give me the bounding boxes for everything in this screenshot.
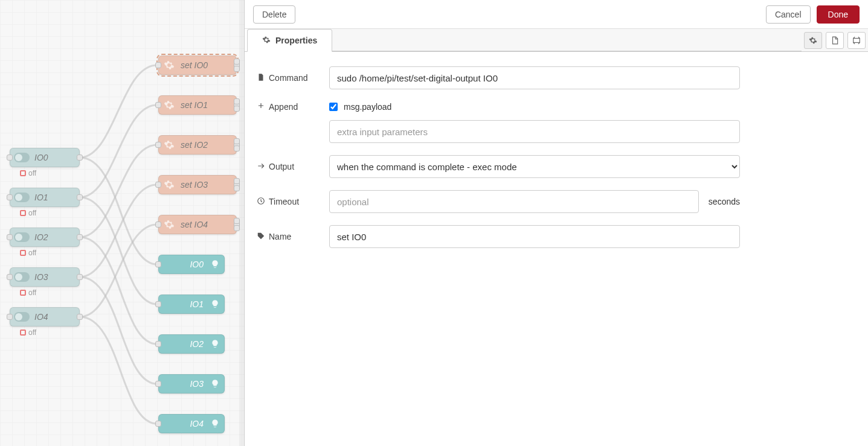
node-label: set IO1 [181, 100, 208, 110]
exec-node-set-IO2[interactable]: set IO2 [158, 135, 237, 155]
input-port[interactable] [155, 142, 161, 148]
input-port[interactable] [155, 381, 161, 387]
input-port[interactable] [155, 62, 161, 68]
debug-node-IO4[interactable]: IO4 [158, 414, 225, 433]
input-port[interactable] [7, 234, 13, 240]
input-port[interactable] [155, 341, 161, 347]
row-output: Output when the command is complete - ex… [257, 155, 740, 178]
node-label: IO2 [34, 232, 48, 242]
input-port[interactable] [155, 261, 161, 267]
label-command: Command [257, 73, 320, 83]
input-port[interactable] [7, 274, 13, 280]
node-label: IO3 [34, 272, 48, 282]
switch-node-IO4[interactable]: IO4off [10, 307, 80, 327]
input-port[interactable] [7, 155, 13, 161]
output-port[interactable] [77, 314, 83, 320]
exec-node-set-IO4[interactable]: set IO4 [158, 215, 237, 234]
toggle-icon [14, 232, 30, 242]
output-port[interactable] [77, 194, 83, 200]
arrow-right-icon [257, 162, 265, 172]
row-timeout: Timeout seconds [257, 190, 740, 213]
plus-icon [257, 101, 265, 112]
node-appearance-icon[interactable] [847, 32, 866, 49]
input-port[interactable] [155, 182, 161, 188]
lightbulb-icon [208, 377, 222, 390]
debug-node-IO0[interactable]: IO0 [158, 255, 225, 274]
gear-icon [162, 59, 176, 72]
lightbulb-icon [208, 258, 222, 271]
input-port[interactable] [7, 314, 13, 320]
file-icon [257, 73, 265, 83]
timeout-suffix: seconds [709, 197, 740, 206]
status-indicator: off [20, 249, 36, 257]
switch-node-IO2[interactable]: IO2off [10, 228, 80, 247]
node-label: IO1 [190, 299, 204, 309]
gear-icon [162, 178, 176, 191]
status-indicator: off [20, 288, 36, 297]
input-port[interactable] [155, 421, 161, 427]
status-indicator: off [20, 328, 36, 337]
output-port[interactable] [77, 234, 83, 240]
status-indicator: off [20, 209, 36, 217]
input-port[interactable] [155, 301, 161, 307]
delete-button[interactable]: Delete [253, 5, 295, 24]
done-button[interactable]: Done [817, 5, 860, 24]
node-label: set IO2 [181, 140, 208, 150]
append-msg-checkbox[interactable] [329, 103, 338, 111]
row-name: Name [257, 225, 740, 248]
debug-node-IO2[interactable]: IO2 [158, 334, 225, 354]
gear-icon [162, 138, 176, 151]
append-msg-label: msg.payload [344, 102, 391, 112]
lightbulb-icon [208, 417, 222, 430]
append-extra-input[interactable] [329, 120, 740, 143]
command-input[interactable] [329, 66, 740, 89]
node-label: IO3 [190, 379, 204, 389]
debug-node-IO3[interactable]: IO3 [158, 374, 225, 393]
tag-icon [257, 232, 265, 242]
toggle-icon [14, 153, 30, 162]
node-settings-icon[interactable] [804, 32, 822, 49]
toggle-icon [14, 312, 30, 322]
properties-form: Command Append msg.payload [245, 52, 752, 263]
input-port[interactable] [7, 194, 13, 200]
node-label: set IO4 [181, 220, 208, 229]
node-description-icon[interactable] [826, 32, 844, 49]
exec-node-set-IO0[interactable]: set IO0 [158, 56, 237, 75]
label-timeout: Timeout [257, 197, 320, 207]
input-port[interactable] [155, 221, 161, 228]
node-label: IO4 [34, 312, 48, 322]
clock-icon [257, 197, 265, 207]
name-input[interactable] [329, 225, 740, 248]
canvas-scrollbar[interactable] [239, 0, 244, 446]
toggle-icon [14, 193, 30, 202]
exec-node-set-IO3[interactable]: set IO3 [158, 175, 237, 194]
lightbulb-icon [208, 337, 222, 351]
input-port[interactable] [155, 102, 161, 108]
output-port[interactable] [77, 155, 83, 161]
row-append-extra [257, 120, 740, 143]
switch-node-IO0[interactable]: IO0off [10, 148, 80, 167]
node-label: IO2 [190, 339, 204, 349]
switch-node-IO1[interactable]: IO1off [10, 188, 80, 207]
svg-rect-0 [854, 38, 860, 42]
exec-node-set-IO1[interactable]: set IO1 [158, 95, 237, 115]
gear-icon [262, 36, 271, 46]
label-append: Append [257, 101, 320, 112]
tab-properties[interactable]: Properties [247, 29, 332, 52]
lightbulb-icon [208, 298, 222, 311]
panel-toolbar: Delete Cancel Done [245, 0, 868, 29]
label-name: Name [257, 232, 320, 242]
gear-icon [162, 98, 176, 112]
node-label: IO0 [34, 153, 48, 162]
node-label: IO4 [190, 419, 204, 428]
output-port[interactable] [77, 274, 83, 280]
status-indicator: off [20, 169, 36, 177]
timeout-input[interactable] [329, 190, 699, 213]
output-select[interactable]: when the command is complete - exec mode [329, 155, 740, 178]
node-label: set IO3 [181, 180, 208, 190]
switch-node-IO3[interactable]: IO3off [10, 267, 80, 287]
flow-canvas[interactable]: IO0offIO1offIO2offIO3offIO4off set IO0se… [0, 0, 244, 446]
gear-icon [162, 218, 176, 231]
cancel-button[interactable]: Cancel [766, 5, 811, 24]
debug-node-IO1[interactable]: IO1 [158, 295, 225, 314]
